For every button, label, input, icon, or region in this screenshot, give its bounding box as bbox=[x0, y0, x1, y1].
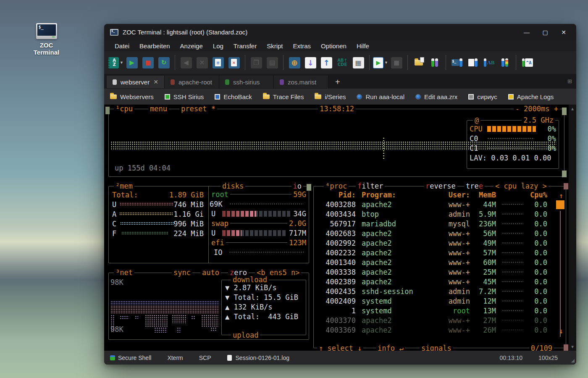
menu-item-bearbeiten[interactable]: Bearbeiten bbox=[135, 42, 175, 50]
resize-grip[interactable]: ◢ bbox=[571, 358, 575, 363]
new-tab-button[interactable]: + bbox=[328, 76, 347, 88]
quickbar-button-apache-logs[interactable]: Apache Logs bbox=[508, 93, 554, 100]
tab-close-icon[interactable]: ✕ bbox=[153, 79, 158, 85]
maximize-button[interactable]: ▢ bbox=[536, 26, 554, 39]
color-settings-button[interactable] bbox=[497, 54, 512, 71]
process-row[interactable]: 4003338apache2www-+25M0.0 bbox=[317, 267, 554, 277]
menu-item-optionen[interactable]: Optionen bbox=[316, 42, 351, 50]
net-auto-button[interactable]: auto bbox=[200, 268, 221, 277]
emulation-status[interactable]: Xterm bbox=[167, 354, 183, 361]
quickbar-label: i/Series bbox=[325, 93, 346, 100]
tab-webserver[interactable]: webserver✕ bbox=[107, 76, 165, 88]
process-row[interactable]: 4002232apache2www-+57M0.0 bbox=[317, 248, 554, 257]
close-button[interactable]: ✕ bbox=[554, 26, 573, 39]
tab-ssh-sirius[interactable]: ssh-sirius bbox=[219, 76, 274, 88]
clear-screen-button[interactable]: ✕ bbox=[194, 54, 210, 71]
import-button[interactable]: ◀ bbox=[178, 54, 194, 71]
proc-scroll-thumb[interactable] bbox=[556, 200, 564, 209]
process-row[interactable]: 1systemdroot13M0.0 bbox=[317, 306, 554, 315]
process-row[interactable]: 4003369apache2www-+26M0.0 bbox=[317, 325, 554, 335]
menu-item-skript[interactable]: Skript bbox=[262, 42, 287, 50]
net-sync-button[interactable]: sync bbox=[172, 268, 192, 277]
net-panel-title[interactable]: ³net bbox=[114, 268, 134, 277]
terminal-scrollbar[interactable]: ▲ ▼ bbox=[569, 105, 576, 351]
send-file-button[interactable]: ↑ bbox=[319, 54, 334, 71]
quickbar-button-webservers[interactable]: Webservers bbox=[110, 93, 154, 100]
minimize-button[interactable]: — bbox=[517, 26, 536, 39]
session-log-status[interactable]: Session-0126-01.log bbox=[227, 354, 289, 361]
copy-button[interactable]: ❐ bbox=[249, 54, 264, 71]
proc-reverse-button[interactable]: reverse bbox=[424, 182, 457, 190]
host-directory-button[interactable]: AZ▼ bbox=[108, 54, 123, 71]
process-row[interactable]: 4003370apache2www-+27M0.0 bbox=[317, 315, 554, 325]
protocol-status[interactable]: SCP bbox=[199, 354, 211, 361]
tab-apache-root[interactable]: apache-root bbox=[165, 76, 219, 88]
shell-status[interactable]: Secure Shell bbox=[110, 354, 151, 361]
connect-button[interactable]: ▶ bbox=[124, 54, 139, 71]
terminal-screen[interactable]: ¹cpu menu preset * 13:58:12 - 2000ms + u… bbox=[104, 105, 576, 351]
translation-button[interactable]: ^A bbox=[520, 54, 535, 71]
process-row[interactable]: 4003288apache2www-+44M0.0 bbox=[317, 200, 554, 209]
tab-overview-icon[interactable]: ⊞ bbox=[567, 78, 572, 84]
scroll-down-icon[interactable]: ▼ bbox=[571, 344, 574, 349]
quickbar-button-i-series[interactable]: i/Series bbox=[315, 93, 346, 100]
proc-tree-button[interactable]: tree bbox=[464, 182, 485, 190]
disks-io-button[interactable]: io bbox=[291, 182, 304, 190]
proc-select-control[interactable]: ↑ select ↓ bbox=[317, 344, 363, 351]
proc-sort-selector[interactable]: < cpu lazy > bbox=[494, 182, 549, 190]
btop-interval-control[interactable]: - 2000ms + bbox=[514, 105, 560, 113]
proc-info-control[interactable]: info ↵ bbox=[376, 344, 405, 351]
process-row[interactable]: 567917mariadbdmysql236M0.0 bbox=[317, 219, 554, 228]
receive-file-button[interactable]: ↓ bbox=[303, 54, 318, 71]
btop-disks-box: disks io root 59G 69K U 34G swap bbox=[208, 186, 309, 263]
terminal-settings-button[interactable]: $_ bbox=[449, 54, 465, 71]
menu-item-anzeige[interactable]: Anzeige bbox=[176, 42, 207, 50]
tools-button[interactable] bbox=[427, 54, 442, 71]
process-row[interactable]: 4002409systemdadmin12M0.0 bbox=[317, 296, 554, 306]
log-stop-button[interactable]: ✕ bbox=[226, 54, 242, 71]
btop-menu-button[interactable]: menu bbox=[148, 105, 169, 113]
titlebar[interactable]: $_ ZOC Terminal : lightsail (root) (Stan… bbox=[104, 24, 576, 40]
quickbar-button-сириус[interactable]: сириус bbox=[468, 93, 497, 100]
proc-signals-control[interactable]: signals bbox=[420, 344, 453, 351]
desktop-icon-zoc-terminal[interactable]: $_ ZOC Terminal bbox=[26, 23, 66, 56]
dropdown-caret-icon[interactable]: ▼ bbox=[120, 60, 123, 65]
stop-script-button[interactable]: ■ bbox=[389, 54, 404, 71]
disconnect-button[interactable]: ■ bbox=[140, 54, 155, 71]
quickbar-button-ssh-sirius[interactable]: SSH Sirius bbox=[165, 93, 204, 100]
mem-panel-title[interactable]: ²mem bbox=[114, 182, 134, 190]
open-folder-button[interactable] bbox=[411, 54, 426, 71]
quickbar-button-echoback[interactable]: EchoBack bbox=[215, 93, 252, 100]
log-start-button[interactable]: ≡ bbox=[210, 54, 226, 71]
dropdown-caret-icon[interactable]: ▼ bbox=[384, 60, 388, 65]
target-button[interactable]: ⊕ bbox=[287, 54, 302, 71]
process-row[interactable]: 4002389apache2www-+45M0.0 bbox=[317, 277, 554, 286]
process-row[interactable]: 4002435sshd-sessionadmin7.2M0.0 bbox=[317, 286, 554, 296]
proc-panel-title[interactable]: ⁴proc bbox=[324, 182, 349, 190]
font-settings-button[interactable]: AB bbox=[481, 54, 496, 71]
run-script-button[interactable]: ▶▼ bbox=[373, 54, 388, 71]
menu-item-transfer[interactable]: Transfer bbox=[229, 42, 261, 50]
scroll-up-icon[interactable]: ▲ bbox=[571, 106, 574, 111]
btop-preset-button[interactable]: preset * bbox=[179, 105, 217, 113]
process-row[interactable]: 4001340apache2www-+60M0.0 bbox=[317, 257, 554, 267]
capture-button[interactable]: AB↑CDE bbox=[335, 54, 350, 71]
quickbar-button-trace-files[interactable]: Trace Files bbox=[263, 93, 304, 100]
process-row[interactable]: 4003434btopadmin5.9M0.0 bbox=[317, 209, 554, 219]
menu-item-extras[interactable]: Extras bbox=[288, 42, 315, 50]
process-row[interactable]: 4002683apache2www-+56M0.0 bbox=[317, 228, 554, 238]
process-row[interactable]: 4002992apache2www-+49M0.0 bbox=[317, 238, 554, 248]
quickbar-button-edit-aaa-zrx[interactable]: Edit aaa.zrx bbox=[415, 93, 457, 100]
proc-filter-button[interactable]: filter bbox=[356, 182, 385, 190]
proc-sort-arrow[interactable]: ↑ bbox=[559, 192, 563, 200]
menu-item-hilfe[interactable]: Hilfe bbox=[352, 42, 374, 50]
session-settings-button[interactable] bbox=[465, 54, 480, 71]
tab-zos.marist[interactable]: zos.marist bbox=[274, 76, 328, 88]
quickbar-button-run-aaa-local[interactable]: Run aaa-local bbox=[357, 93, 404, 100]
menu-item-datei[interactable]: Datei bbox=[110, 42, 134, 50]
character-table-button[interactable]: ▦ bbox=[351, 54, 366, 71]
cpu-panel-title[interactable]: ¹cpu bbox=[114, 105, 134, 113]
reconnect-button[interactable]: ↻ bbox=[156, 54, 171, 71]
menu-item-log[interactable]: Log bbox=[208, 42, 228, 50]
paste-button[interactable]: ▤ bbox=[265, 54, 280, 71]
